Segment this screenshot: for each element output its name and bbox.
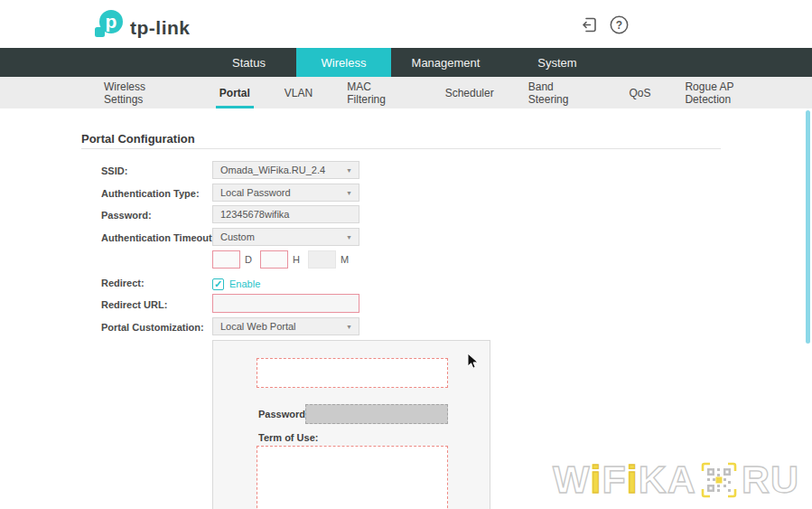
ssid-label: SSID: (101, 165, 127, 176)
password-label: Password: (101, 210, 152, 221)
wireless-subnav: Wireless Settings Portal VLAN MAC Filter… (0, 77, 812, 108)
redirect-enable-checkbox[interactable]: ✓ Enable (212, 275, 359, 293)
tab-status[interactable]: Status (201, 48, 296, 77)
subnav-band-steering[interactable]: Band Steering (527, 77, 597, 108)
days-unit-label: D (245, 254, 252, 265)
subnav-vlan[interactable]: VLAN (283, 77, 314, 108)
subnav-rogue-ap-detection[interactable]: Rogue AP Detection (683, 77, 781, 108)
preview-password-label: Password: (258, 409, 309, 419)
portal-configuration-section: Portal Configuration SSID: Omada_WiFika.… (0, 108, 812, 509)
chevron-down-icon: ▼ (346, 167, 352, 174)
timeout-days-field[interactable] (212, 250, 240, 269)
main-nav: Status Wireless Management System (0, 48, 812, 77)
chevron-down-icon: ▼ (346, 324, 352, 330)
timeout-minutes-field[interactable] (308, 250, 336, 269)
redirect-url-label: Redirect URL: (101, 299, 167, 310)
tab-management[interactable]: Management (391, 48, 500, 77)
checkbox-checkmark-icon: ✓ (212, 278, 224, 290)
auth-timeout-label: Authentication Timeout: (101, 232, 215, 243)
redirect-url-field[interactable] (212, 294, 359, 313)
minutes-unit-label: M (341, 254, 349, 265)
logout-icon[interactable] (579, 14, 600, 35)
title-divider (81, 148, 721, 149)
svg-text:?: ? (616, 19, 622, 32)
ssid-select-value: Omada_WiFika.RU_2.4 (220, 165, 325, 175)
auth-type-select[interactable]: Local Password ▼ (212, 184, 359, 202)
chevron-down-icon: ▼ (346, 234, 352, 240)
tp-link-logo-icon: p (90, 9, 126, 46)
tab-system[interactable]: System (500, 48, 614, 77)
page-title: Portal Configuration (81, 132, 195, 146)
subnav-mac-filtering[interactable]: MAC Filtering (345, 77, 412, 108)
preview-term-of-use-label: Term of Use: (258, 432, 318, 443)
portal-customization-select[interactable]: Local Web Portal ▼ (212, 317, 359, 335)
nav-spacer (0, 48, 201, 77)
auth-timeout-select-value: Custom (220, 231, 255, 242)
subnav-scheduler[interactable]: Scheduler (443, 77, 496, 108)
portal-logo-placeholder[interactable] (257, 358, 448, 388)
ssid-select[interactable]: Omada_WiFika.RU_2.4 ▼ (212, 161, 359, 179)
subnav-qos[interactable]: QoS (627, 77, 652, 108)
hours-unit-label: H (293, 254, 300, 265)
portal-customization-select-value: Local Web Portal (220, 321, 296, 332)
auth-type-label: Authentication Type: (101, 188, 200, 199)
preview-password-field[interactable] (305, 404, 448, 424)
help-icon[interactable]: ? (609, 14, 630, 35)
redirect-label: Redirect: (101, 278, 145, 288)
svg-text:p: p (106, 11, 117, 32)
portal-customization-label: Portal Customization: (101, 322, 204, 333)
portal-terms-placeholder[interactable] (257, 446, 448, 509)
app-header: p tp-link ? (0, 0, 812, 48)
tab-wireless[interactable]: Wireless (296, 48, 391, 77)
vertical-scrollbar-thumb[interactable] (806, 110, 810, 344)
subnav-portal[interactable]: Portal (218, 77, 252, 108)
auth-timeout-select[interactable]: Custom ▼ (212, 228, 359, 246)
chevron-down-icon: ▼ (346, 190, 352, 196)
timeout-hours-field[interactable] (260, 250, 288, 269)
subnav-wireless-settings[interactable]: Wireless Settings (102, 77, 187, 108)
tp-link-logo: p tp-link (90, 9, 191, 46)
password-field[interactable] (212, 205, 359, 223)
tp-link-logo-text: tp-link (130, 17, 191, 39)
redirect-enable-label: Enable (229, 278, 260, 289)
portal-preview-panel: Password: Term of Use: (212, 340, 490, 509)
auth-type-select-value: Local Password (220, 187, 291, 198)
